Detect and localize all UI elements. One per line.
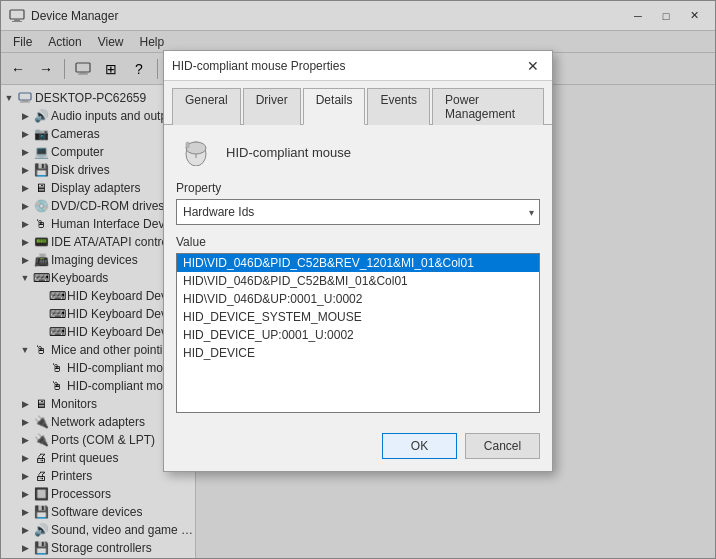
dialog-close-button[interactable]: ✕	[522, 55, 544, 77]
value-section-label: Value	[176, 235, 540, 249]
dialog-footer: OK Cancel	[164, 425, 552, 471]
value-listbox[interactable]: HID\VID_046D&PID_C52B&REV_1201&MI_01&Col…	[176, 253, 540, 413]
modal-overlay: HID-compliant mouse Properties ✕ General…	[0, 0, 716, 559]
properties-dialog: HID-compliant mouse Properties ✕ General…	[163, 50, 553, 472]
tab-details[interactable]: Details	[303, 88, 366, 125]
device-name-label: HID-compliant mouse	[226, 145, 351, 160]
property-select[interactable]: Hardware Ids	[176, 199, 540, 225]
dialog-title: HID-compliant mouse Properties	[172, 59, 345, 73]
tab-events[interactable]: Events	[367, 88, 430, 125]
value-list-item[interactable]: HID_DEVICE_SYSTEM_MOUSE	[177, 308, 539, 326]
value-list-item[interactable]: HID_DEVICE	[177, 344, 539, 362]
cancel-button[interactable]: Cancel	[465, 433, 540, 459]
value-list-item[interactable]: HID\VID_046D&PID_C52B&REV_1201&MI_01&Col…	[177, 254, 539, 272]
device-icon	[176, 137, 216, 167]
property-select-wrapper: Hardware Ids ▾	[176, 199, 540, 225]
value-list-item[interactable]: HID\VID_046D&UP:0001_U:0002	[177, 290, 539, 308]
tab-general[interactable]: General	[172, 88, 241, 125]
dialog-titlebar: HID-compliant mouse Properties ✕	[164, 51, 552, 81]
tab-bar: General Driver Details Events Power Mana…	[164, 81, 552, 125]
device-header: HID-compliant mouse	[176, 137, 540, 167]
tab-power-management[interactable]: Power Management	[432, 88, 544, 125]
property-section-label: Property	[176, 181, 540, 195]
svg-rect-12	[186, 142, 189, 148]
tab-driver[interactable]: Driver	[243, 88, 301, 125]
ok-button[interactable]: OK	[382, 433, 457, 459]
mouse-icon	[177, 138, 215, 166]
value-list-item[interactable]: HID_DEVICE_UP:0001_U:0002	[177, 326, 539, 344]
dialog-body: HID-compliant mouse Property Hardware Id…	[164, 125, 552, 425]
value-list-item[interactable]: HID\VID_046D&PID_C52B&MI_01&Col01	[177, 272, 539, 290]
